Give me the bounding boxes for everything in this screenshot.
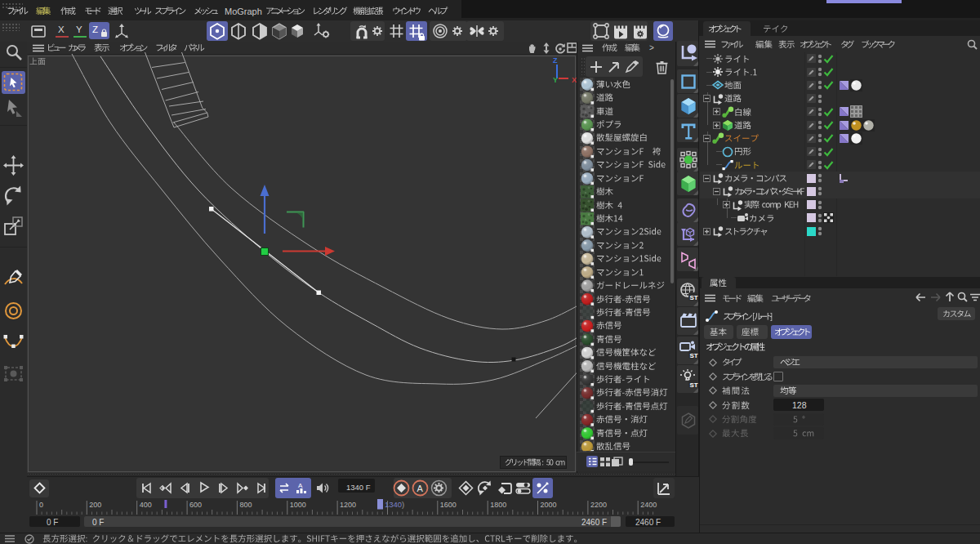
svg-text:200: 200	[89, 501, 101, 509]
svg-text:2000: 2000	[541, 501, 557, 509]
svg-text:A: A	[298, 482, 303, 489]
svg-text:): )	[402, 500, 404, 509]
svg-text:1800: 1800	[490, 501, 506, 509]
svg-text:1340: 1340	[385, 500, 402, 509]
svg-text:800: 800	[239, 501, 252, 509]
svg-text:ST: ST	[690, 381, 698, 389]
svg-text:0: 0	[39, 501, 43, 509]
svg-text:2400: 2400	[640, 501, 657, 509]
svg-text:ST: ST	[690, 352, 698, 359]
svg-text:400: 400	[140, 501, 152, 509]
svg-text:2200: 2200	[590, 501, 607, 509]
svg-text:A: A	[417, 484, 424, 493]
svg-text:Y: Y	[553, 76, 558, 84]
svg-text:1000: 1000	[290, 501, 306, 509]
svg-text:1200: 1200	[340, 501, 356, 509]
svg-text:ST: ST	[690, 294, 698, 301]
svg-text:Z: Z	[553, 56, 558, 65]
svg-text:600: 600	[189, 501, 202, 509]
svg-text:1600: 1600	[440, 501, 457, 509]
